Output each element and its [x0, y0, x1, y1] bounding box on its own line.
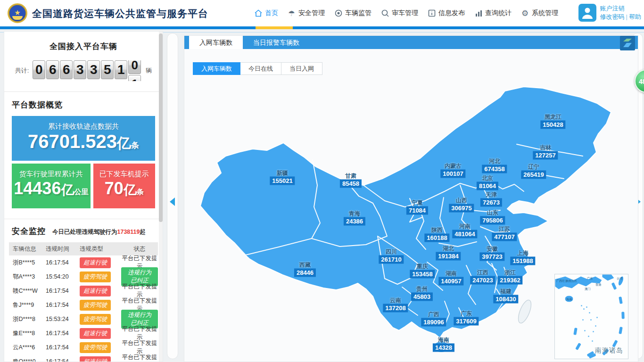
track-points-label: 累计接收轨迹点数据共 [12, 116, 155, 131]
table-row[interactable]: 赣C****W16:17:54超速行驶平台已下发提示 [9, 284, 158, 298]
change-password-link[interactable]: 修改密码 [600, 13, 625, 20]
type-cell: 疲劳驾驶 [80, 300, 121, 311]
table-row[interactable]: 豫E****816:17:54超速行驶平台已下发提示 [9, 326, 158, 340]
scrollbar-thumb[interactable] [159, 33, 163, 222]
time-cell: 15:53:24 [46, 316, 80, 322]
main-nav: 首页☂安全管理车辆监管审车管理信息发布查询统计⚙系统管理 [254, 0, 558, 26]
nav-item-审车管理[interactable]: 审车管理 [380, 9, 418, 18]
violation-type-badge: 疲劳驾驶 [80, 314, 111, 325]
sidebar-scrollbar[interactable] [159, 32, 163, 362]
switch-icon [620, 36, 635, 50]
chevron-left-icon [170, 197, 175, 206]
time-cell: 16:17:54 [46, 288, 80, 294]
divider [4, 91, 163, 92]
mileage-card: 货车行驶里程累计共 14436亿公里 [12, 164, 91, 208]
time-cell: 16:17:54 [46, 330, 80, 337]
map-subtab-今日在线[interactable]: 今日在线 [240, 62, 281, 75]
user-avatar-icon[interactable] [578, 4, 596, 22]
islet-dot [586, 306, 587, 308]
inset-label-澳门: 澳门 [585, 287, 591, 291]
islet-dot [588, 336, 589, 337]
info-icon [427, 9, 436, 18]
counter-prefix: 共计: [15, 66, 29, 75]
carousel-prev-button[interactable] [167, 33, 178, 359]
plate-cell: 云A****6 [9, 344, 46, 352]
map-panel: 黑龙江150428吉林127257辽宁265419内蒙古100107河北6743… [184, 35, 638, 362]
odometer-digit: 5 [101, 60, 114, 79]
track-points-value: 76701.523亿条 [12, 131, 155, 156]
nav-item-安全管理[interactable]: ☂安全管理 [287, 9, 325, 18]
vehicle-counter: 共计: 066335101 辆 [4, 60, 163, 81]
header-underline-bar [0, 26, 644, 29]
odometer-digit: 6 [46, 60, 59, 79]
odometer-digit: 3 [74, 60, 86, 79]
violation-type-badge: 疲劳驾驶 [80, 272, 111, 282]
map-switch-button[interactable] [620, 36, 635, 50]
violation-type-badge: 超速行驶 [80, 328, 111, 339]
bar-chart-icon [474, 9, 483, 18]
odometer-digit: 3 [87, 60, 100, 79]
status-cell: 平台已下发提示 [121, 283, 158, 299]
violation-type-badge: 超速行驶 [80, 286, 111, 296]
vehicle-counter-title: 全国接入平台车辆 [4, 41, 163, 52]
inset-map-label: 南海诸岛 [595, 346, 623, 355]
violation-type-badge: 疲劳驾驶 [80, 300, 111, 311]
type-cell: 超速行驶 [80, 356, 121, 362]
magnifier-car-icon [380, 9, 389, 18]
islet-dot [593, 331, 594, 332]
nav-item-系统管理[interactable]: ⚙系统管理 [520, 9, 558, 18]
type-cell: 超速行驶 [80, 286, 121, 296]
islet-dot [595, 325, 596, 327]
sidebar: 全国接入平台车辆 共计: 066335101 辆 平台数据概览 累计接收轨迹点数… [4, 31, 163, 362]
column-header: 车辆信息 [9, 245, 46, 253]
umbrella-icon: ☂ [287, 9, 296, 18]
nav-item-查询统计[interactable]: 查询统计 [474, 9, 512, 18]
dash-segment [575, 343, 581, 350]
column-header: 违规时间 [46, 245, 80, 253]
column-header: 违规类型 [80, 245, 121, 253]
plate-cell: 赣C****W [9, 287, 46, 295]
dash-segment [621, 312, 625, 319]
table-row[interactable]: 浙D****815:53:24疲劳驾驶违规行为已纠正 [9, 312, 158, 326]
inset-label-广东: 广东 [587, 277, 593, 281]
mileage-value: 14436亿公里 [12, 179, 91, 202]
help-link[interactable]: 帮助 [629, 13, 641, 20]
link-separator: | [626, 13, 627, 20]
violation-type-badge: 超速行驶 [80, 356, 111, 362]
map-tab-入网车辆数[interactable]: 入网车辆数 [189, 36, 243, 49]
islet-dot [589, 312, 590, 313]
map-tabbar: 入网车辆数当日报警车辆数 [184, 36, 638, 49]
nav-item-车辆监管[interactable]: 车辆监管 [334, 9, 372, 18]
map-tab-当日报警车辆数[interactable]: 当日报警车辆数 [243, 36, 310, 49]
logo-wing [12, 16, 23, 20]
nav-item-信息发布[interactable]: 信息发布 [427, 9, 465, 18]
islet-dot [590, 319, 592, 321]
overview-heading: 平台数据概览 [12, 99, 163, 110]
table-row[interactable]: 云A****616:17:54疲劳驾驶平台已下发提示 [9, 340, 158, 354]
time-cell: 16:17:54 [46, 302, 80, 308]
logout-link[interactable]: 账户注销 [600, 5, 625, 12]
violation-table-header: 车辆信息违规时间违规类型状态 [9, 242, 158, 255]
monitor-heading: 安全监控 [12, 226, 46, 237]
prompts-value: 70亿条 [93, 179, 155, 202]
plate-cell: 鄂A****3 [9, 273, 46, 281]
islet-dot [584, 330, 586, 331]
time-cell: 15:54:20 [46, 273, 80, 280]
type-cell: 疲劳驾驶 [80, 272, 121, 282]
islet-dot [581, 305, 582, 306]
table-row[interactable]: 豫Q****016:17:54超速行驶平台已下发提示 [9, 354, 158, 362]
map-subtab-当日入网[interactable]: 当日入网 [281, 62, 322, 75]
violation-type-badge: 疲劳驾驶 [80, 342, 111, 353]
taiwan-island [516, 298, 534, 325]
account-area: 账户注销 修改密码|帮助 [578, 4, 641, 22]
nav-item-label: 审车管理 [392, 9, 418, 17]
map-subtab-入网车辆数[interactable]: 入网车辆数 [193, 62, 240, 75]
nav-item-label: 车辆监管 [345, 9, 372, 17]
nav-item-label: 信息发布 [438, 9, 465, 17]
odometer-digits: 066335101 [32, 60, 142, 81]
islet-dot [596, 317, 598, 318]
nav-item-首页[interactable]: 首页 [254, 9, 278, 18]
platform-logo-icon: ★ [8, 3, 27, 23]
table-row[interactable]: 鄂A****315:54:20疲劳驾驶违规行为已纠正 [9, 270, 158, 284]
status-cell: 平台已下发提示 [121, 325, 158, 341]
